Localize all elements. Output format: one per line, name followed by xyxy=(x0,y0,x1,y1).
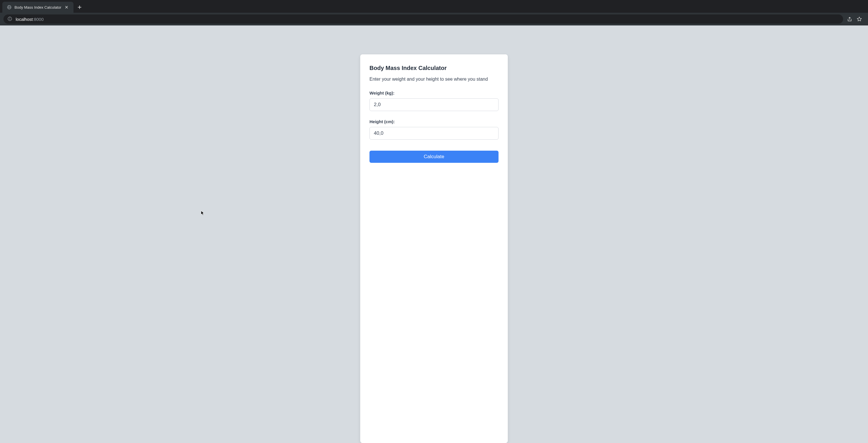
weight-group: Weight (kg): xyxy=(370,91,498,111)
tab-bar: Body Mass Index Calculator xyxy=(0,0,868,13)
tab-title: Body Mass Index Calculator xyxy=(14,5,61,9)
star-icon[interactable] xyxy=(857,16,862,22)
card-subtitle: Enter your weight and your height to see… xyxy=(370,76,498,82)
card-title: Body Mass Index Calculator xyxy=(370,65,498,71)
new-tab-button[interactable] xyxy=(73,2,86,13)
info-icon[interactable] xyxy=(7,17,12,22)
height-group: Height (cm): xyxy=(370,119,498,140)
browser-chrome: Body Mass Index Calculator xyxy=(0,0,868,26)
svg-point-8 xyxy=(9,18,10,18)
url-text: localhost:8000 xyxy=(16,17,44,22)
address-bar-row: localhost:8000 xyxy=(0,13,868,26)
share-icon[interactable] xyxy=(846,16,852,22)
height-input[interactable] xyxy=(370,127,498,140)
close-icon[interactable] xyxy=(64,5,69,9)
calculate-button[interactable]: Calculate xyxy=(370,151,498,163)
url-port: :8000 xyxy=(33,17,44,22)
page-content: Body Mass Index Calculator Enter your we… xyxy=(0,26,868,443)
address-bar[interactable]: localhost:8000 xyxy=(3,14,843,24)
bmi-card: Body Mass Index Calculator Enter your we… xyxy=(360,54,508,443)
url-host: localhost xyxy=(16,17,33,22)
browser-actions xyxy=(846,16,865,22)
weight-input[interactable] xyxy=(370,98,498,111)
browser-tab[interactable]: Body Mass Index Calculator xyxy=(2,2,73,13)
globe-icon xyxy=(7,5,11,9)
weight-label: Weight (kg): xyxy=(370,91,498,95)
height-label: Height (cm): xyxy=(370,119,498,124)
